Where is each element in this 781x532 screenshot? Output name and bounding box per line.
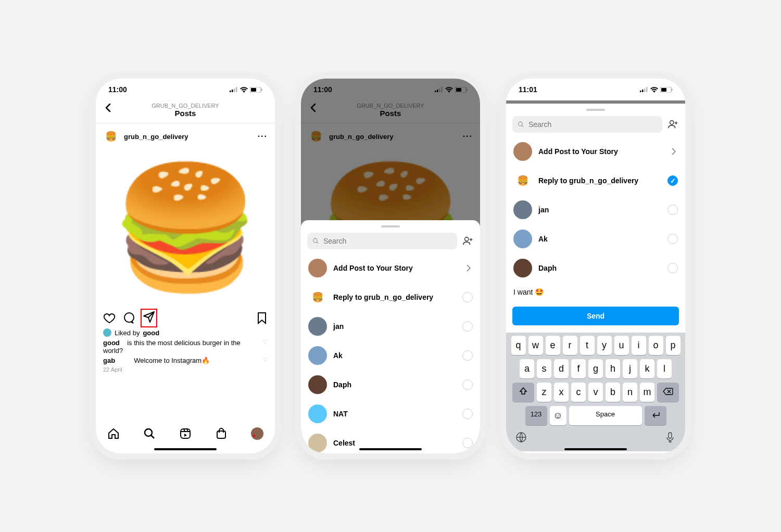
select-radio[interactable] [462, 321, 473, 332]
contact-row[interactable]: jan [301, 312, 480, 341]
key-w[interactable]: w [528, 336, 543, 355]
shop-icon[interactable] [215, 427, 228, 440]
bookmark-icon[interactable] [256, 312, 268, 324]
key-g[interactable]: g [588, 359, 603, 378]
key-space[interactable]: Space [569, 406, 642, 425]
search-input-container[interactable] [307, 233, 457, 249]
comment-row[interactable]: good is this the most delicious burger i… [96, 337, 275, 354]
comment-user: good [103, 339, 120, 347]
notification-dot [253, 435, 255, 437]
liked-by-row[interactable]: Liked by good [96, 328, 275, 337]
key-x[interactable]: x [554, 383, 569, 402]
phone-mockup-2: 11:00 GRUB_N_GO_DELIVERY Posts grub_n_go… [301, 79, 480, 453]
contact-row[interactable]: Daph [301, 370, 480, 399]
key-a[interactable]: a [520, 359, 534, 378]
post-image[interactable]: 🍔 [96, 149, 275, 306]
select-radio[interactable] [667, 234, 678, 244]
post-avatar[interactable] [103, 129, 119, 144]
home-indicator[interactable] [564, 448, 627, 450]
globe-icon[interactable] [515, 432, 527, 443]
contact-row[interactable]: Ak [506, 224, 685, 254]
share-button-highlighted[interactable] [141, 309, 157, 327]
comment-like-icon[interactable]: ♡ [262, 339, 268, 346]
more-button[interactable]: ··· [258, 132, 268, 141]
comment-icon[interactable] [123, 312, 135, 324]
select-radio[interactable] [667, 263, 678, 273]
mic-icon[interactable] [664, 432, 676, 443]
select-radio[interactable] [462, 438, 473, 448]
send-button[interactable]: Send [512, 307, 679, 325]
avatar [513, 259, 532, 277]
key-n[interactable]: n [623, 383, 637, 402]
reply-row[interactable]: Reply to grub_n_go_delivery [506, 166, 685, 195]
key-z[interactable]: z [537, 383, 551, 402]
like-icon[interactable] [103, 312, 116, 324]
contact-row[interactable]: Ak [301, 341, 480, 370]
key-d[interactable]: d [554, 359, 569, 378]
key-f[interactable]: f [571, 359, 586, 378]
key-backspace[interactable] [657, 383, 679, 402]
new-group-icon[interactable] [462, 235, 474, 247]
contact-row[interactable]: NAT [301, 399, 480, 428]
key-j[interactable]: j [623, 359, 637, 378]
reply-row[interactable]: Reply to grub_n_go_delivery [301, 283, 480, 312]
key-shift[interactable] [512, 383, 534, 402]
key-t[interactable]: t [580, 336, 595, 355]
select-radio[interactable] [667, 205, 678, 215]
key-p[interactable]: p [666, 336, 681, 355]
key-e[interactable]: e [546, 336, 560, 355]
key-v[interactable]: v [588, 383, 603, 402]
page-header: GRUB_N_GO_DELIVERY Posts [96, 100, 275, 123]
key-r[interactable]: r [563, 336, 577, 355]
search-icon[interactable] [143, 427, 156, 440]
key-emoji[interactable]: ☺ [550, 406, 566, 425]
add-to-story-row[interactable]: Add Post to Your Story [506, 137, 685, 166]
key-return[interactable] [645, 406, 666, 425]
add-to-story-row[interactable]: Add Post to Your Story [301, 254, 480, 283]
profile-nav-icon[interactable] [251, 427, 263, 440]
new-group-icon[interactable] [667, 119, 679, 130]
svg-point-7 [124, 313, 134, 322]
select-radio[interactable] [462, 409, 473, 419]
select-radio[interactable] [462, 350, 473, 361]
message-input[interactable]: I want 🤩 [506, 283, 685, 301]
key-c[interactable]: c [571, 383, 586, 402]
search-input[interactable] [528, 120, 657, 129]
home-indicator[interactable] [154, 448, 217, 450]
comment-row[interactable]: gab Welcome to Instagram🔥 ♡ [96, 354, 275, 364]
phone-mockup-1: 11:00 GRUB_N_GO_DELIVERY Posts grub_n_go… [96, 79, 275, 453]
key-i[interactable]: i [632, 336, 646, 355]
svg-rect-5 [251, 88, 256, 92]
select-radio[interactable] [462, 379, 473, 390]
key-m[interactable]: m [640, 383, 654, 402]
key-b[interactable]: b [606, 383, 620, 402]
key-k[interactable]: k [640, 359, 654, 378]
back-button[interactable] [103, 103, 114, 115]
key-y[interactable]: y [597, 336, 612, 355]
reels-icon[interactable] [179, 427, 192, 440]
home-icon[interactable] [107, 427, 120, 440]
key-l[interactable]: l [657, 359, 672, 378]
search-input[interactable] [323, 237, 452, 245]
key-h[interactable]: h [606, 359, 620, 378]
home-indicator[interactable] [359, 448, 422, 450]
select-radio[interactable] [462, 292, 473, 302]
post-username[interactable]: grub_n_go_delivery [124, 133, 188, 141]
chevron-right-icon [464, 264, 473, 272]
select-radio-checked[interactable] [667, 175, 678, 186]
sheet-drag-handle[interactable] [381, 225, 400, 227]
contact-row[interactable]: jan [506, 195, 685, 224]
key-q[interactable]: q [511, 336, 526, 355]
search-input-container[interactable] [512, 116, 662, 133]
key-u[interactable]: u [614, 336, 629, 355]
sheet-drag-handle[interactable] [586, 109, 605, 111]
svg-rect-30 [669, 433, 672, 438]
comment-like-icon[interactable]: ♡ [262, 357, 268, 363]
reply-label: Reply to grub_n_go_delivery [333, 293, 433, 301]
contact-row[interactable]: Daph [506, 254, 685, 283]
keyboard-bottom-row [508, 429, 683, 448]
key-123[interactable]: 123 [525, 406, 547, 425]
svg-point-28 [670, 121, 674, 124]
key-s[interactable]: s [537, 359, 551, 378]
key-o[interactable]: o [649, 336, 663, 355]
